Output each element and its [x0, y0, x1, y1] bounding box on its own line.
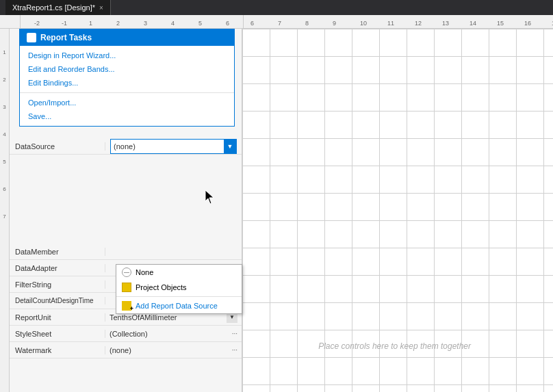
main-layout: -2 -1 1 2 3 4 5 6 6 7 8 9 10 11 12 13 14…	[0, 15, 553, 392]
none-icon	[122, 267, 131, 277]
prop-name-datamember: DataMember	[10, 248, 105, 256]
title-bar: XtraReport1.cs [Design]* ×	[0, 0, 553, 15]
left-ruler-top: -2 -1 1 2 3 4 5 6	[21, 15, 244, 29]
prop-value-datasource: (none) ▼	[105, 138, 242, 155]
prop-name-dataadapter: DataAdapter	[10, 264, 105, 272]
ruler-mark: -1	[62, 20, 67, 27]
ruler-mark: -2	[34, 20, 40, 27]
prop-name-datasource: DataSource	[10, 142, 105, 151]
prop-watermark-value: (none)	[110, 346, 232, 354]
dropdown-none-label: None	[136, 268, 153, 276]
ruler-v-mark: 3	[0, 83, 9, 111]
datasource-current-value: (none)	[111, 142, 224, 151]
design-grid: Place controls here to keep them togethe…	[242, 29, 553, 392]
datasource-select[interactable]: (none) ▼	[110, 139, 237, 154]
ruler-mark: 2	[116, 20, 120, 27]
tab-close-button[interactable]: ×	[99, 4, 103, 12]
ruler-mark: 1	[89, 20, 92, 27]
right-ruler-top: 6 7 8 9 10 11 12 13 14 15 16 17	[244, 15, 553, 29]
prop-row-watermark: Watermark (none) ···	[10, 342, 242, 358]
ruler-v-mark: 4	[0, 111, 9, 138]
task-edit-reorder-label: Edit and Reorder Bands...	[28, 65, 115, 73]
watermark-ellipsis-button[interactable]: ···	[232, 346, 237, 354]
prop-value-watermark: (none) ···	[105, 346, 242, 354]
tab-strip: XtraReport1.cs [Design]* ×	[5, 0, 111, 15]
left-vertical-ruler: 1 2 3 4 5 6 7	[0, 29, 10, 392]
datasource-dropdown-popup: None Project Objects Add Report Data Sou…	[116, 264, 242, 314]
property-grid: DataSource (none) ▼ None	[10, 138, 242, 392]
ruler-v-mark: 2	[0, 56, 9, 83]
ruler-mark: 4	[171, 20, 175, 27]
left-panel: Report Tasks Design in Report Wizard... …	[10, 29, 242, 392]
dropdown-item-project-objects[interactable]: Project Objects	[116, 280, 242, 295]
top-ruler-row: -2 -1 1 2 3 4 5 6 6 7 8 9 10 11 12 13 14…	[0, 15, 553, 29]
prop-row-datamember: DataMember	[10, 244, 242, 260]
ruler-mark: 14	[470, 20, 476, 27]
prop-name-stylesheet: StyleSheet	[10, 330, 105, 338]
ruler-mark: 6	[250, 20, 254, 27]
content-row: 1 2 3 4 5 6 7 Report Tasks Design in Rep…	[0, 29, 553, 392]
ruler-mark: 16	[524, 20, 531, 27]
add-datasource-item[interactable]: Add Report Data Source	[116, 298, 242, 313]
task-save[interactable]: Save...	[20, 109, 234, 123]
project-objects-icon	[122, 283, 131, 292]
task-edit-reorder[interactable]: Edit and Reorder Bands...	[20, 62, 234, 76]
prop-row-stylesheet: StyleSheet (Collection) ···	[10, 326, 242, 342]
active-tab[interactable]: XtraReport1.cs [Design]* ×	[5, 0, 111, 15]
task-separator-1	[20, 92, 234, 93]
ruler-corner	[0, 15, 21, 29]
datasource-dropdown-button[interactable]: ▼	[224, 140, 236, 153]
ruler-mark: 9	[333, 20, 336, 27]
prop-name-reportunit: ReportUnit	[10, 313, 105, 322]
task-open-import[interactable]: Open/Import...	[20, 96, 234, 109]
report-tasks-body: Design in Report Wizard... Edit and Reor…	[20, 46, 234, 126]
stylesheet-ellipsis-button[interactable]: ···	[232, 330, 237, 337]
prop-reportunit-value: TenthsOfAMillimeter	[110, 313, 227, 322]
task-edit-bindings[interactable]: Edit Bindings...	[20, 76, 234, 90]
prop-name-watermark: Watermark	[10, 346, 105, 354]
ruler-mark: 15	[497, 20, 504, 27]
dropdown-project-label: Project Objects	[136, 283, 187, 291]
task-edit-bindings-label: Edit Bindings...	[28, 79, 78, 87]
ruler-mark: 13	[442, 20, 449, 27]
ruler-mark: 10	[360, 20, 367, 27]
dropdown-separator	[116, 296, 242, 297]
task-design-wizard[interactable]: Design in Report Wizard...	[20, 49, 234, 62]
ruler-v-mark: 1	[0, 29, 9, 56]
add-datasource-icon	[122, 301, 131, 311]
task-save-label: Save...	[28, 112, 51, 120]
ruler-mark: 3	[144, 20, 147, 27]
place-controls-text: Place controls here to keep them togethe…	[318, 341, 471, 351]
ruler-v-mark: 5	[0, 138, 9, 166]
ruler-mark: 7	[278, 20, 281, 27]
ruler-mark: 5	[198, 20, 202, 27]
ruler-mark: 6	[226, 20, 229, 27]
ruler-mark: 11	[387, 20, 394, 27]
task-design-wizard-label: Design in Report Wizard...	[28, 51, 116, 60]
report-tasks-panel: Report Tasks Design in Report Wizard... …	[19, 29, 235, 127]
task-open-import-label: Open/Import...	[28, 99, 76, 107]
prop-value-stylesheet: (Collection) ···	[105, 330, 242, 338]
prop-stylesheet-value: (Collection)	[110, 330, 232, 338]
report-tasks-header: Report Tasks	[20, 29, 234, 46]
add-datasource-label: Add Report Data Source	[136, 302, 218, 310]
ruler-v-mark: 6	[0, 166, 9, 193]
prop-name-filterstring: FilterString	[10, 280, 105, 289]
ruler-mark: 12	[415, 20, 422, 27]
dropdown-item-none[interactable]: None	[116, 265, 242, 280]
prop-row-datasource: DataSource (none) ▼	[10, 138, 242, 155]
tab-label: XtraReport1.cs [Design]*	[12, 3, 95, 12]
ruler-mark: 8	[305, 20, 309, 27]
report-tasks-title: Report Tasks	[40, 33, 92, 42]
design-area[interactable]: Place controls here to keep them togethe…	[242, 29, 553, 392]
ruler-v-mark: 7	[0, 193, 9, 220]
prop-name-detailcount: DetailCountAtDesignTime	[10, 297, 105, 304]
